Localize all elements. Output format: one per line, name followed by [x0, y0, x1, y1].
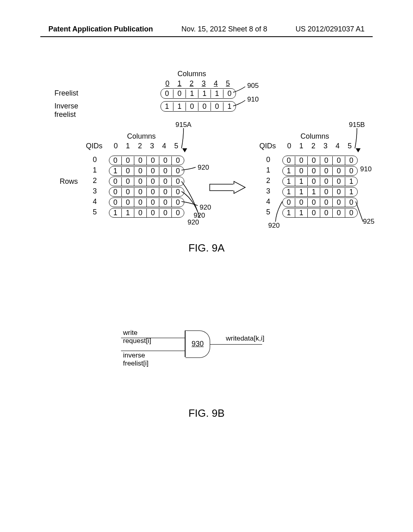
callout-915b: 915B [349, 121, 365, 129]
cell: 0 [320, 177, 333, 186]
cell: 0 [122, 177, 134, 186]
wire-in-2 [121, 351, 185, 351]
col-idx: 2 [307, 142, 319, 150]
cell: 0 [295, 156, 308, 165]
cell: 0 [147, 188, 159, 196]
col-idx: 2 [134, 142, 146, 150]
row-idx: 3 [266, 187, 270, 197]
col-idx: 5 [344, 142, 356, 150]
cell: 0 [283, 156, 295, 165]
columns-label-b: Columns [300, 132, 329, 141]
and-input-1: write request[i] [123, 329, 151, 345]
matrix-b-row-3: 111001 [282, 187, 358, 197]
svg-rect-2 [210, 184, 234, 191]
cell: 1 [109, 167, 122, 175]
row-idx: 0 [266, 156, 270, 166]
qids-label-b: QIDs [259, 142, 276, 150]
freelist-cell: 1 [211, 89, 223, 98]
cell: 1 [283, 167, 295, 175]
header-right: US 2012/0291037 A1 [296, 25, 365, 33]
cell: 0 [345, 167, 357, 175]
header-center: Nov. 15, 2012 Sheet 8 of 8 [181, 25, 267, 33]
cell: 1 [295, 188, 308, 196]
cell: 0 [172, 156, 184, 165]
cell: 0 [320, 156, 333, 165]
cell: 0 [308, 177, 320, 186]
inv-freelist-cell: 1 [161, 102, 173, 111]
cell: 0 [308, 198, 320, 207]
svg-marker-0 [182, 148, 187, 152]
cell: 0 [159, 198, 172, 207]
header-rule [40, 36, 373, 37]
cell: 0 [308, 209, 320, 217]
cell: 0 [333, 198, 345, 207]
row-indices-a: 0 1 2 3 4 5 [93, 156, 97, 218]
row-idx: 4 [93, 197, 97, 208]
and-gate-label: 930 [192, 340, 204, 348]
matrix-a-row-4: 000000 [109, 197, 184, 207]
transform-arrow-icon [210, 179, 246, 195]
col-idx: 4 [332, 142, 344, 150]
cell: 1 [295, 209, 308, 217]
callout-920-2: 920 [200, 204, 211, 212]
inv-freelist-cell: 0 [198, 102, 211, 111]
matrix-b-row-0: 000000 [282, 156, 358, 165]
cell: 0 [134, 156, 147, 165]
col-idx: 3 [319, 142, 332, 150]
cell: 0 [333, 188, 345, 196]
callout-915a-arrow [181, 128, 202, 156]
col-idx: 5 [170, 142, 182, 150]
and-output: writedata[k,i] [226, 335, 264, 343]
callout-920-1: 920 [198, 164, 209, 172]
callout-910: 910 [247, 96, 259, 104]
freelist-cell: 1 [198, 89, 211, 98]
wire-out [210, 344, 262, 345]
cell: 0 [134, 198, 147, 207]
col-idx: 4 [210, 79, 222, 88]
callout-915b-arrow [355, 128, 375, 156]
cell: 0 [109, 188, 122, 196]
freelist-cell: 0 [161, 89, 173, 98]
cell: 0 [134, 177, 147, 186]
cell: 0 [159, 177, 172, 186]
row-idx: 2 [266, 177, 270, 187]
cell: 0 [109, 156, 122, 165]
row-idx: 0 [93, 156, 97, 166]
matrix-b-row-1: 100000 [282, 166, 358, 176]
cell: 0 [147, 177, 159, 186]
fig9b-caption: FIG. 9B [0, 407, 413, 420]
rows-label: Rows [60, 177, 78, 186]
page-header: Patent Application Publication Nov. 15, … [0, 25, 413, 33]
cell: 0 [333, 156, 345, 165]
row-idx: 2 [93, 177, 97, 187]
matrix-a-row-0: 000000 [109, 156, 184, 165]
row-idx: 1 [93, 166, 97, 177]
cell: 1 [283, 177, 295, 186]
row-idx: 5 [93, 208, 97, 218]
cell: 0 [308, 156, 320, 165]
cell: 0 [333, 167, 345, 175]
freelist-row: 0 0 1 1 1 0 [161, 88, 236, 99]
matrix-b-row-5: 110000 [282, 208, 358, 218]
freelist-cell: 1 [186, 89, 198, 98]
cell: 0 [147, 209, 159, 217]
cell: 0 [147, 167, 159, 175]
callout-920-b: 920 [268, 222, 280, 230]
freelist-cell: 0 [173, 89, 186, 98]
cell: 1 [345, 177, 357, 186]
cell: 0 [320, 209, 333, 217]
svg-marker-3 [234, 181, 245, 193]
matrix-b-row-2: 110001 [282, 177, 358, 186]
cell: 0 [134, 188, 147, 196]
matrix-a-row-2: 000000 [109, 177, 184, 186]
callout-905: 905 [247, 82, 259, 90]
cell: 1 [109, 209, 122, 217]
cell: 0 [333, 209, 345, 217]
cell: 1 [308, 188, 320, 196]
col-idx: 0 [283, 142, 295, 150]
cell: 1 [283, 188, 295, 196]
callout-925: 925 [363, 218, 374, 226]
cell: 0 [159, 167, 172, 175]
col-idx: 1 [122, 142, 134, 150]
callout-920-4: 920 [188, 218, 199, 227]
